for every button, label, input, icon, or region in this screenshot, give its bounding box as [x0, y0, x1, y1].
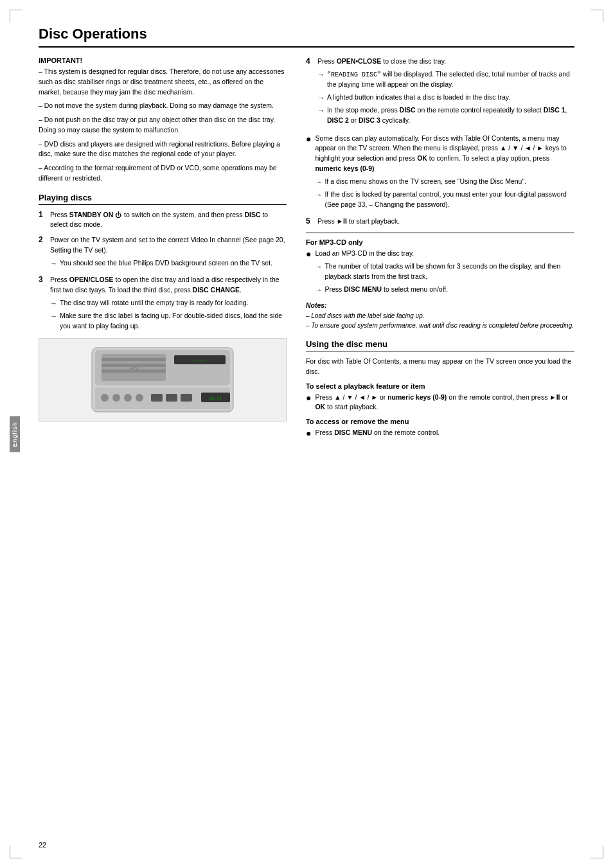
important-section: IMPORTANT! – This system is designed for…	[39, 57, 287, 184]
select-feature-content: Press ▲ / ▼ / ◄ / ► or numeric keys (0-9…	[315, 393, 574, 413]
important-p5: – According to the format requirement of…	[39, 163, 287, 184]
notes-section: Notes: – Load discs with the label side …	[306, 301, 574, 330]
arrow-icon-5: →	[317, 93, 324, 103]
select-feature-title: To select a playback feature or item	[306, 382, 574, 390]
step-3-num: 3	[39, 275, 46, 284]
step-1-num: 1	[39, 210, 46, 219]
notes-text-1: – Load discs with the label side facing …	[306, 311, 574, 321]
step-3-arrow-text-2: Make sure the disc label is facing up. F…	[60, 311, 287, 332]
step-3-content: Press OPEN/CLOSE to open the disc tray a…	[50, 275, 287, 333]
svg-point-12	[124, 394, 132, 402]
svg-rect-5	[102, 364, 166, 367]
step-4-arrow-2: → A lighted button indicates that a disc…	[317, 93, 574, 103]
step-5-num: 5	[306, 217, 314, 226]
step-2-arrow: → You should see the blue Philips DVD ba…	[50, 258, 287, 269]
arrow-icon-6: →	[317, 105, 324, 126]
page: English Disc Operations IMPORTANT! – Thi…	[0, 0, 613, 868]
step-4: 4 Press OPEN•CLOSE to close the disc tra…	[306, 57, 574, 127]
mp3-bullet-icon: ●	[306, 249, 311, 260]
step-2-content: Power on the TV system and set to the co…	[50, 235, 287, 270]
step-5: 5 Press ►II to start playback.	[306, 217, 574, 227]
arrow-icon-8: →	[315, 190, 322, 210]
device-svg: ΦR --:--	[79, 341, 246, 418]
arrow-icon-4: →	[317, 69, 324, 90]
svg-rect-4	[102, 358, 166, 361]
step-1-content: Press STANDBY ON ⏻ to switch on the syst…	[50, 210, 287, 231]
content-area: IMPORTANT! – This system is designed for…	[39, 57, 574, 444]
step-3: 3 Press OPEN/CLOSE to open the disc tray…	[39, 275, 287, 333]
arrow-icon-10: →	[315, 285, 322, 296]
bullet-icon-1: ●	[306, 134, 311, 145]
mp3-arrow-2: → Press DISC MENU to select menu on/off.	[315, 285, 574, 296]
mp3-bullet: ● Load an MP3-CD in the disc tray. → The…	[306, 249, 574, 296]
svg-point-10	[101, 394, 109, 402]
step-4-arrow-3: → In the stop mode, press DISC on the re…	[317, 105, 574, 126]
step-5-content: Press ►II to start playback.	[317, 217, 400, 227]
step-3-arrow-text-1: The disc tray will rotate until the empt…	[60, 298, 249, 309]
step-4-num: 4	[306, 57, 314, 66]
step-1: 1 Press STANDBY ON ⏻ to switch on the sy…	[39, 210, 287, 231]
step-3-arrow-2: → Make sure the disc label is facing up.…	[50, 311, 287, 332]
important-title: IMPORTANT!	[39, 57, 287, 64]
mp3-arrow-text-1: The number of total tracks will be shown…	[324, 261, 574, 282]
left-column: IMPORTANT! – This system is designed for…	[39, 57, 287, 444]
svg-text:22:14: 22:14	[209, 396, 221, 400]
bullet-1-arrow-text-2: If the disc is locked by parental contro…	[324, 190, 574, 210]
corner-mark-bl	[10, 846, 22, 858]
important-p2: – Do not move the system during playback…	[39, 101, 287, 111]
bullet-1-arrow-text-1: If a disc menu shows on the TV screen, s…	[324, 177, 526, 188]
step-4-arrow-1: → "READING DISC" will be displayed. The …	[317, 69, 574, 90]
bullet-1: ● Some discs can play automatically. For…	[306, 134, 574, 211]
important-p3: – Do not push on the disc tray or put an…	[39, 115, 287, 136]
important-p1: – This system is designed for regular di…	[39, 67, 287, 97]
step-2-arrow-text: You should see the blue Philips DVD back…	[60, 258, 272, 269]
svg-rect-6	[102, 369, 166, 373]
svg-text:--:--: --:--	[193, 358, 206, 363]
access-menu-bullet-icon: ●	[306, 428, 311, 439]
step-4-arrow-text-3: In the stop mode, press DISC on the remo…	[327, 105, 574, 126]
notes-title: Notes:	[306, 301, 574, 309]
page-title: Disc Operations	[39, 26, 574, 48]
arrow-icon-9: →	[315, 261, 322, 282]
step-2-num: 2	[39, 235, 46, 244]
disc-menu-title: Using the disc menu	[306, 339, 574, 351]
access-menu-title: To access or remove the menu	[306, 418, 574, 425]
arrow-icon-2: →	[50, 298, 57, 309]
step-3-arrow-1: → The disc tray will rotate until the em…	[50, 298, 287, 309]
step-4-arrow-text-1: "READING DISC" will be displayed. The se…	[327, 69, 574, 90]
mp3-bullet-content: Load an MP3-CD in the disc tray. → The n…	[315, 249, 574, 296]
mp3-title: For MP3-CD only	[306, 238, 574, 246]
language-tab: English	[10, 416, 20, 452]
access-menu-bullet: ● Press DISC MENU on the remote control.	[306, 428, 574, 439]
step-4-content: Press OPEN•CLOSE to close the disc tray.…	[317, 57, 574, 127]
step-4-arrow-text-2: A lighted button indicates that a disc i…	[327, 93, 510, 103]
right-column: 4 Press OPEN•CLOSE to close the disc tra…	[306, 57, 574, 444]
notes-text-2: – To ensure good system performance, wai…	[306, 321, 574, 330]
svg-rect-15	[166, 394, 177, 402]
bullet-1-arrow-2: → If the disc is locked by parental cont…	[315, 190, 574, 210]
device-image: ΦR --:--	[39, 338, 287, 421]
corner-mark-tr	[591, 10, 603, 22]
step-2: 2 Power on the TV system and set to the …	[39, 235, 287, 270]
corner-mark-br	[591, 846, 603, 858]
svg-rect-14	[151, 394, 163, 402]
access-menu-content: Press DISC MENU on the remote control.	[315, 428, 440, 438]
divider-1	[306, 233, 574, 233]
bullet-1-content: Some discs can play automatically. For d…	[315, 134, 574, 211]
disc-menu-intro: For disc with Table Of Contents, a menu …	[306, 357, 574, 377]
arrow-icon-1: →	[50, 258, 57, 269]
arrow-icon-3: →	[50, 311, 57, 332]
corner-mark-tl	[10, 10, 22, 22]
arrow-icon-7: →	[315, 177, 322, 188]
important-p4: – DVD discs and players are designed wit…	[39, 139, 287, 160]
svg-point-11	[112, 394, 120, 402]
select-feature-bullet-icon: ●	[306, 393, 311, 403]
svg-point-13	[136, 394, 143, 402]
playing-discs-title: Playing discs	[39, 193, 287, 205]
bullet-1-arrow-1: → If a disc menu shows on the TV screen,…	[315, 177, 574, 188]
select-feature-bullet: ● Press ▲ / ▼ / ◄ / ► or numeric keys (0…	[306, 393, 574, 413]
page-number: 22	[39, 841, 46, 849]
mp3-arrow-1: → The number of total tracks will be sho…	[315, 261, 574, 282]
mp3-arrow-text-2: Press DISC MENU to select menu on/off.	[324, 285, 448, 296]
svg-rect-16	[181, 394, 192, 402]
